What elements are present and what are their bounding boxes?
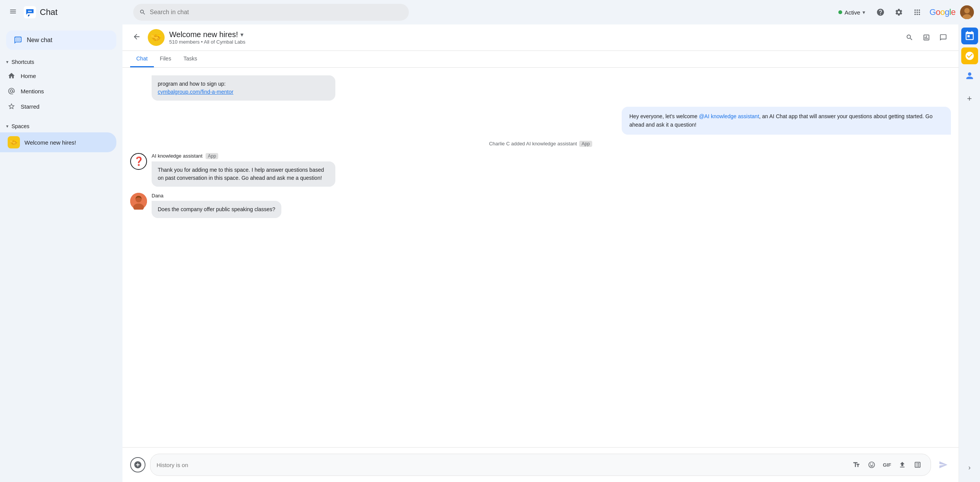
space-item-label: Welcome new hires! <box>24 139 76 146</box>
dana-avatar <box>130 193 147 210</box>
mentor-link[interactable]: cymbalgroup.com/find-a-mentor <box>158 89 234 95</box>
space-emoji: 🤝 <box>8 136 20 148</box>
new-chat-icon <box>14 36 22 44</box>
user-avatar[interactable] <box>960 5 974 19</box>
chat-subtitle: 510 members • All of Cymbal Labs <box>169 39 897 45</box>
spaces-section[interactable]: ▾ Spaces <box>0 120 122 132</box>
input-area: GIF <box>122 447 959 482</box>
svg-point-5 <box>964 8 970 13</box>
sidebar-item-home[interactable]: Home <box>0 68 116 83</box>
shortcuts-section[interactable]: ▾ Shortcuts <box>0 56 122 68</box>
app-title: Chat <box>40 7 57 17</box>
ai-message-bubble: Thank you for adding me to this space. I… <box>152 161 335 187</box>
chat-logo <box>24 6 36 18</box>
sidebar-item-starred[interactable]: Starred <box>0 99 116 114</box>
app-badge-1: App <box>579 141 592 147</box>
space-avatar: 🤝 <box>148 29 165 46</box>
help-button[interactable] <box>873 5 888 20</box>
ai-message-row: ❓ AI knowledge assistant App Thank you f… <box>130 153 951 187</box>
expand-button[interactable]: › <box>961 459 978 476</box>
title-chevron-icon[interactable]: ▾ <box>240 31 243 38</box>
tab-chat[interactable]: Chat <box>130 51 154 67</box>
emoji-button[interactable] <box>865 458 879 472</box>
ai-name-row: AI knowledge assistant App <box>152 153 951 159</box>
system-message-1: Charlie C added AI knowledge assistant A… <box>130 141 951 147</box>
messages-container: program and how to sign up: cymbalgroup.… <box>122 68 959 447</box>
search-input[interactable] <box>150 9 403 16</box>
search-chat-button[interactable] <box>902 30 917 45</box>
star-icon <box>8 103 15 110</box>
spaces-collapse-icon: ▾ <box>6 124 8 129</box>
tab-files[interactable]: Files <box>154 51 178 67</box>
sidebar-item-home-label: Home <box>21 73 36 79</box>
tab-tasks[interactable]: Tasks <box>177 51 203 67</box>
mention-ai: @AI knowledge assistant <box>699 113 759 119</box>
search-icon <box>139 9 146 16</box>
message-bubble-1: program and how to sign up: cymbalgroup.… <box>152 75 335 101</box>
message-2-row: Hey everyone, let's welcome @AI knowledg… <box>130 107 951 135</box>
chevron-down-icon: ▾ <box>862 9 865 15</box>
chat-title: Welcome new hires! ▾ <box>169 30 897 39</box>
new-chat-button[interactable]: New chat <box>6 31 116 50</box>
settings-button[interactable] <box>891 5 906 20</box>
svg-point-1 <box>28 11 29 12</box>
sidebar-item-starred-label: Starred <box>21 103 39 110</box>
ai-icon: ❓ <box>130 153 147 170</box>
format-text-button[interactable] <box>849 458 863 472</box>
message-input[interactable] <box>157 462 845 468</box>
send-button[interactable] <box>936 457 951 472</box>
google-logo: Google <box>929 7 956 17</box>
message-1: program and how to sign up: cymbalgroup.… <box>130 75 951 101</box>
add-attachment-button[interactable] <box>130 457 145 472</box>
back-button[interactable] <box>130 30 143 45</box>
thread-button[interactable] <box>936 30 951 45</box>
shortcuts-label: Shortcuts <box>11 59 34 65</box>
status-button[interactable]: Active ▾ <box>834 7 870 18</box>
sidebar-item-mentions-label: Mentions <box>21 88 44 94</box>
sidebar-item-mentions[interactable]: Mentions <box>0 83 116 99</box>
more-input-button[interactable] <box>911 458 924 472</box>
space-item-welcome[interactable]: 🤝 Welcome new hires! <box>0 132 116 152</box>
svg-point-3 <box>31 11 32 12</box>
spaces-label: Spaces <box>11 123 29 129</box>
mentions-icon <box>8 87 15 95</box>
status-dot <box>838 10 842 14</box>
dana-message-bubble: Does the company offer public speaking c… <box>152 201 281 218</box>
menu-icon[interactable] <box>6 5 20 20</box>
gif-button[interactable]: GIF <box>880 458 894 472</box>
message-input-box: GIF <box>150 454 931 476</box>
contacts-app-button[interactable] <box>961 67 978 84</box>
input-actions: GIF <box>849 458 924 472</box>
tasks-app-button[interactable] <box>961 47 978 64</box>
new-chat-label: New chat <box>27 37 52 44</box>
user-message-row: Dana Does the company offer public speak… <box>130 193 951 218</box>
status-label: Active <box>844 9 860 16</box>
upload-button[interactable] <box>895 458 909 472</box>
calendar-app-button[interactable] <box>961 28 978 44</box>
view-toggle-button[interactable] <box>919 30 934 45</box>
right-sidebar: + › <box>959 24 980 482</box>
search-bar <box>133 4 409 21</box>
svg-point-2 <box>29 11 30 12</box>
dana-name: Dana <box>152 193 281 199</box>
apps-button[interactable] <box>910 5 925 20</box>
add-app-button[interactable]: + <box>961 90 978 107</box>
message-bubble-2: Hey everyone, let's welcome @AI knowledg… <box>622 107 951 135</box>
app-badge-2: App <box>206 153 218 159</box>
home-icon <box>8 72 15 80</box>
collapse-icon: ▾ <box>6 59 8 65</box>
